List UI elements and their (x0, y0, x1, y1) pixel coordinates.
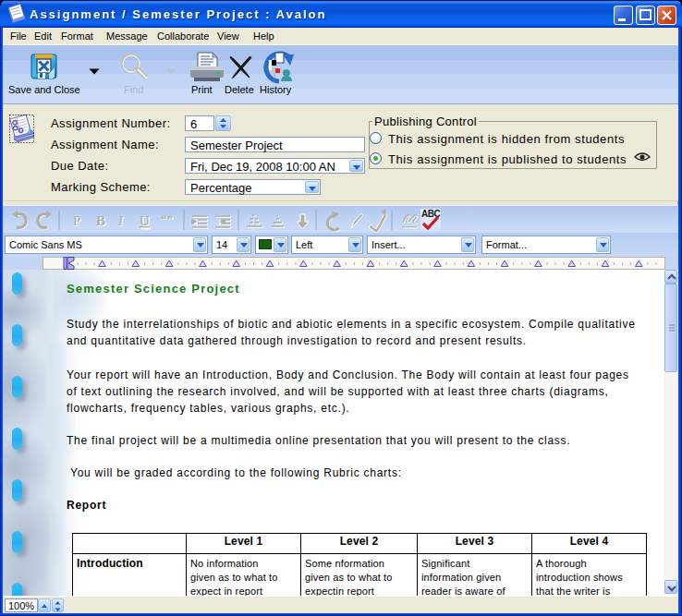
svg-text:I: I (117, 213, 124, 228)
svg-text:“”: “” (161, 212, 173, 226)
svg-text:U: U (140, 213, 150, 228)
svg-text:B: B (96, 213, 105, 228)
svg-text:P: P (73, 213, 80, 228)
